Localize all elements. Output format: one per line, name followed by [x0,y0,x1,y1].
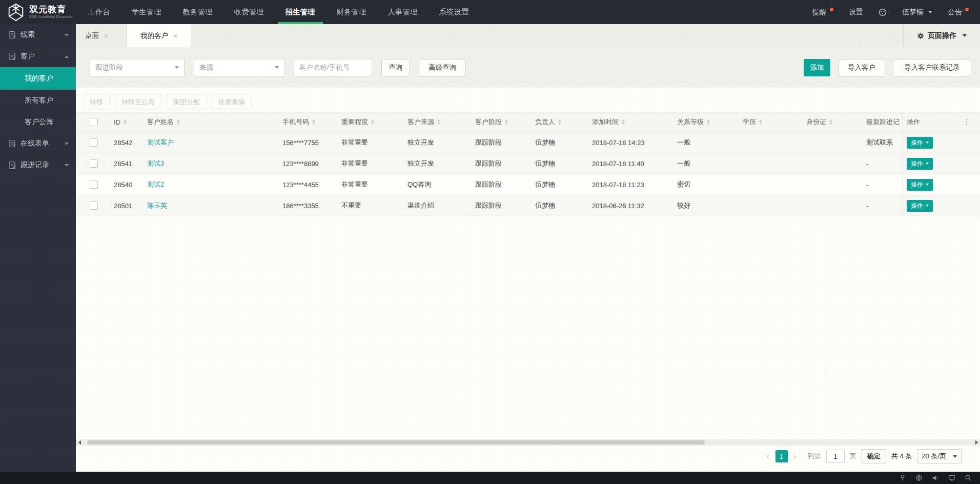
row-checkbox[interactable] [90,159,98,168]
sort-icon[interactable] [505,119,508,125]
menu-item-hr[interactable]: 人事管理 [377,0,428,24]
menu-item-settings[interactable]: 系统设置 [428,0,480,24]
app-logo[interactable]: 双元教育 BSB Vocational Education [0,3,76,22]
sort-icon[interactable] [371,119,374,125]
advanced-search-button[interactable]: 高级查询 [419,59,466,76]
chevron-down-icon [963,34,967,37]
sort-icon[interactable] [124,119,127,125]
customer-name-link[interactable]: 测试3 [147,159,164,168]
follow-stage-select[interactable]: 跟进阶段 [90,59,185,76]
row-checkbox[interactable] [90,201,98,210]
goto-label: 到第 [808,452,821,461]
sidebar-item-customers[interactable]: 客户 [0,46,76,67]
sort-icon[interactable] [312,119,315,125]
page-input[interactable] [826,450,845,463]
tab-desktop[interactable]: 桌面 × [76,24,117,47]
caret-down-icon [926,142,929,144]
theme-palette-icon[interactable] [879,8,887,16]
form-icon [8,52,16,60]
sort-icon[interactable] [622,119,625,125]
source-select[interactable]: 来源 [194,59,284,76]
column-settings-button[interactable]: ⋮ [953,112,980,132]
main-content: 转移 转移至公海 集团分配 批量删除 ID 客户姓名 手机号码 重要程度 客户来… [76,88,980,472]
sidebar-item-online-forms[interactable]: 在线表单 [0,133,76,154]
sort-icon[interactable] [437,119,440,125]
close-icon[interactable]: × [173,32,177,40]
table-row: 28542 测试客户 156****7755 非常重要 独立开发 跟踪阶段 伍梦… [76,132,980,153]
transfer-to-pool-button[interactable]: 转移至公海 [115,94,161,109]
tab-my-customers[interactable]: 我的客户 × [127,24,191,47]
main-menu: 工作台 学生管理 教务管理 收费管理 招生管理 财务管理 人事管理 系统设置 [77,0,480,24]
menu-item-students[interactable]: 学生管理 [121,0,172,24]
user-menu[interactable]: 伍梦楠 [902,8,932,17]
caret-down-icon [175,66,179,69]
search-button[interactable]: 查询 [381,59,410,76]
top-navbar: 双元教育 BSB Vocational Education 工作台 学生管理 教… [0,0,980,24]
add-button[interactable]: 添加 [804,59,830,76]
close-icon[interactable]: × [104,32,108,40]
network-icon[interactable] [915,474,923,482]
scroll-left-button[interactable] [76,439,83,446]
settings-button[interactable]: 设置 [849,8,863,17]
sidebar-item-leads[interactable]: 线索 [0,24,76,46]
menu-item-workbench[interactable]: 工作台 [77,0,121,24]
scrollbar-thumb[interactable] [87,440,705,445]
customer-name-link[interactable]: 测试客户 [147,138,174,147]
table-row: 28501 陈玉英 186****3355 不重要 渠道介绍 跟踪阶段 伍梦楠 … [76,195,980,216]
confirm-page-button[interactable]: 确定 [862,449,886,463]
announcement-button[interactable]: 公告 [948,8,969,17]
sort-icon[interactable] [829,119,832,125]
caret-down-icon [953,455,957,458]
page-actions-button[interactable]: 页面操作 [903,24,980,47]
scroll-right-button[interactable] [973,439,980,446]
menu-item-academic[interactable]: 教务管理 [172,0,223,24]
sidebar-item-all-customers[interactable]: 所有客户 [0,90,76,111]
sort-icon[interactable] [177,119,180,125]
row-action-button[interactable]: 操作 [907,137,933,149]
batch-delete-button[interactable]: 批量删除 [212,94,252,109]
pin-icon[interactable] [899,474,906,482]
prev-page-button[interactable]: ‹ [765,452,770,461]
chevron-down-icon [65,34,69,36]
menu-item-fees[interactable]: 收费管理 [223,0,275,24]
chevron-down-icon [928,11,932,13]
sidebar-item-follow-records[interactable]: 跟进记录 [0,154,76,176]
sort-icon[interactable] [759,119,762,125]
select-all-checkbox[interactable] [90,118,98,126]
sidebar-item-my-customers[interactable]: 我的客户 [0,67,76,90]
chevron-down-icon [65,164,69,167]
sort-icon[interactable] [707,119,710,125]
reminder-notification-dot [830,8,833,11]
zoom-icon[interactable] [964,474,972,482]
import-customers-button[interactable]: 导入客户 [838,59,885,76]
form-icon [8,31,16,39]
keyword-input[interactable] [294,59,372,76]
import-contact-records-button[interactable]: 导入客户联系记录 [893,59,971,76]
customer-name-link[interactable]: 测试2 [147,180,164,189]
row-checkbox[interactable] [90,138,98,147]
reminder-button[interactable]: 提醒 [812,8,833,17]
transfer-button[interactable]: 转移 [83,94,110,109]
page-number-button[interactable]: 1 [775,450,788,462]
taskbar [0,472,980,484]
row-action-button[interactable]: 操作 [907,179,933,191]
page-unit-label: 页 [850,452,856,461]
group-assign-button[interactable]: 集团分配 [167,94,207,109]
volume-icon[interactable] [931,474,939,482]
page-size-select[interactable]: 20 条/页 [917,449,962,463]
sort-icon[interactable] [558,119,561,125]
bulk-actions: 转移 转移至公海 集团分配 批量删除 [83,94,252,109]
row-checkbox[interactable] [90,180,98,189]
menu-item-finance[interactable]: 财务管理 [326,0,377,24]
display-icon[interactable] [948,474,955,482]
caret-down-icon [926,163,929,165]
scrollbar-track[interactable] [83,439,973,446]
next-page-button[interactable]: › [793,452,798,461]
caret-down-icon [926,205,929,207]
sidebar-item-customer-pool[interactable]: 客户公海 [0,111,76,133]
row-action-button[interactable]: 操作 [907,200,933,212]
logo-title: 双元教育 [29,5,73,14]
row-action-button[interactable]: 操作 [907,158,933,170]
customer-name-link[interactable]: 陈玉英 [147,201,167,210]
menu-item-admissions[interactable]: 招生管理 [275,0,326,24]
